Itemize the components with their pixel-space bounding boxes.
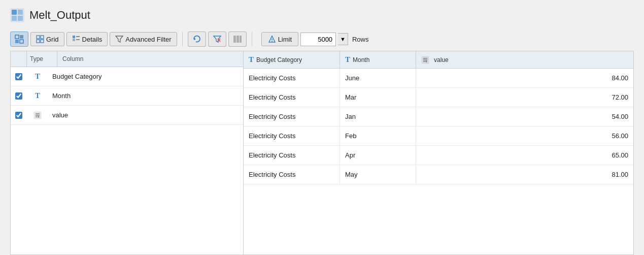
row2-type-cell: T [27,91,48,100]
clear-filter-icon [213,35,222,44]
columns-icon [233,35,242,44]
svg-marker-17 [116,36,123,42]
right-panel-header: T Budget Category T Month [244,51,633,69]
limit-input[interactable] [300,33,336,46]
advanced-filter-label: Advanced Filter [125,36,171,43]
svg-rect-1 [12,10,17,15]
limit-icon [268,35,276,43]
row1-checkbox[interactable] [15,73,22,80]
grid-button[interactable]: Grid [30,32,64,46]
rows-label: Rows [352,36,369,43]
melt-output-icon [10,8,24,22]
month-cell: Feb [340,126,416,145]
svg-rect-3 [12,16,17,21]
budget-category-cell: Electricity Costs [244,107,340,126]
details-button[interactable]: Details [66,32,108,46]
svg-rect-9 [37,36,40,39]
budget-category-cell: Electricity Costs [244,126,340,145]
svg-rect-8 [20,40,23,43]
month-cell: Jan [340,107,416,126]
list-item: T Budget Category [11,67,243,86]
row1-name-cell: Budget Category [48,73,243,80]
table-row: Electricity Costs May 81.00 [244,165,633,184]
row3-checkbox[interactable] [15,112,22,119]
row3-name-cell: value [48,111,243,119]
month-cell: Mar [340,88,416,107]
main-content: Type Column T Budget Category [0,51,644,255]
filter-icon [115,35,123,43]
svg-rect-7 [15,40,19,43]
svg-rect-23 [236,36,239,43]
month-cell: June [340,69,416,87]
left-panel: Type Column T Budget Category [10,51,244,255]
limit-section: Limit ▼ Rows [261,32,369,46]
value-cell: 54.00 [416,107,633,126]
list-item: value [11,106,243,125]
svg-rect-10 [41,36,44,39]
toolbar-separator-2 [252,32,252,46]
toolbar-separator-1 [182,32,183,46]
value-cell: 65.00 [416,146,633,165]
refresh-icon [192,35,201,44]
limit-dropdown-button[interactable]: ▼ [338,33,348,45]
svg-rect-11 [37,40,40,43]
details-icon [72,35,80,43]
svg-rect-13 [73,36,75,38]
type-column-header: Type [27,51,57,67]
month-col-header: T Month [340,51,416,68]
pivot-button[interactable] [10,31,28,47]
budget-category-header-label: Budget Category [256,56,302,63]
svg-rect-22 [233,36,236,43]
value-cell: 84.00 [416,69,633,87]
svg-rect-5 [15,35,19,39]
table-row: Electricity Costs Mar 72.00 [244,88,633,107]
value-cell: 56.00 [416,126,633,145]
svg-rect-4 [18,16,23,21]
page-title: Melt_Output [29,9,90,22]
value-cell: 72.00 [416,88,633,107]
value-calc-icon [421,56,429,64]
title-bar: Melt_Output [0,0,644,27]
budget-category-col-header: T Budget Category [244,51,340,68]
columns-button[interactable] [228,31,247,47]
advanced-filter-button[interactable]: Advanced Filter [110,32,177,46]
page: Melt_Output Grid [0,0,644,255]
row3-check-cell[interactable] [11,112,27,119]
svg-rect-24 [240,36,242,43]
limit-button[interactable]: Limit [261,32,298,46]
budget-category-cell: Electricity Costs [244,146,340,165]
toolbar: Grid Details Advanced Filter [0,27,644,51]
clear-filter-button[interactable] [208,31,226,47]
month-cell: Apr [340,146,416,165]
value-header-label: value [434,56,449,63]
row2-check-cell[interactable] [11,92,27,100]
svg-rect-12 [41,40,44,43]
svg-rect-14 [73,39,75,41]
budget-category-cell: Electricity Costs [244,165,340,184]
refresh-button[interactable] [188,31,206,47]
budget-category-type-icon: T [249,55,254,64]
month-type-icon: T [345,55,350,64]
grid-icon [36,35,44,43]
calc-type-icon [33,111,42,119]
budget-category-cell: Electricity Costs [244,88,340,107]
row2-checkbox[interactable] [15,92,22,100]
left-panel-header: Type Column [11,51,243,67]
table-row: Electricity Costs Feb 56.00 [244,126,633,146]
value-cell: 81.00 [416,165,633,184]
right-panel: T Budget Category T Month [244,51,634,255]
row1-type-cell: T [27,72,48,81]
month-header-label: Month [353,56,369,63]
row1-check-cell[interactable] [11,73,27,80]
text-type-icon: T [35,91,40,100]
svg-point-27 [272,41,273,42]
left-panel-rows: T Budget Category T Month [11,67,243,254]
row3-type-cell [27,111,48,119]
text-type-icon: T [35,72,40,81]
row2-name-cell: Month [48,92,243,100]
grid-button-label: Grid [46,36,59,43]
svg-marker-18 [194,38,196,40]
value-col-header: value [416,51,633,68]
svg-rect-2 [18,10,23,15]
table-row: Electricity Costs Jan 54.00 [244,107,633,126]
